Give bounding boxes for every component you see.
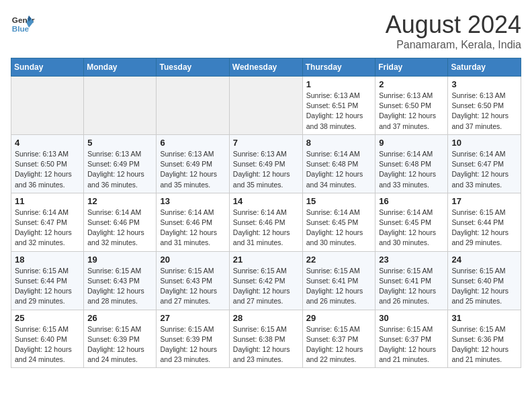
calendar-cell: 12Sunrise: 6:14 AM Sunset: 6:46 PM Dayli…: [84, 193, 157, 251]
calendar-cell: 20Sunrise: 6:15 AM Sunset: 6:43 PM Dayli…: [157, 251, 229, 310]
calendar-header-saturday: Saturday: [448, 58, 521, 77]
day-info: Sunrise: 6:15 AM Sunset: 6:40 PM Dayligh…: [15, 324, 80, 365]
day-info: Sunrise: 6:14 AM Sunset: 6:45 PM Dayligh…: [379, 208, 444, 248]
calendar-cell: 21Sunrise: 6:15 AM Sunset: 6:42 PM Dayli…: [229, 251, 302, 310]
day-number: 27: [160, 313, 225, 323]
calendar-cell: 9Sunrise: 6:14 AM Sunset: 6:48 PM Daylig…: [375, 134, 448, 193]
day-number: 29: [306, 313, 372, 323]
calendar-cell: 25Sunrise: 6:15 AM Sunset: 6:40 PM Dayli…: [11, 310, 84, 368]
day-info: Sunrise: 6:15 AM Sunset: 6:42 PM Dayligh…: [233, 266, 299, 307]
title-block: August 2024 Panamaram, Kerala, India: [386, 11, 521, 51]
page-subtitle: Panamaram, Kerala, India: [386, 39, 521, 51]
day-info: Sunrise: 6:14 AM Sunset: 6:46 PM Dayligh…: [87, 208, 152, 248]
day-number: 26: [87, 313, 152, 323]
calendar-week-row: 11Sunrise: 6:14 AM Sunset: 6:47 PM Dayli…: [11, 193, 521, 251]
calendar-table: SundayMondayTuesdayWednesdayThursdayFrid…: [11, 58, 521, 368]
day-info: Sunrise: 6:15 AM Sunset: 6:43 PM Dayligh…: [160, 266, 225, 307]
calendar-cell: 3Sunrise: 6:13 AM Sunset: 6:50 PM Daylig…: [448, 77, 521, 135]
day-info: Sunrise: 6:13 AM Sunset: 6:51 PM Dayligh…: [306, 91, 372, 132]
page-title: August 2024: [386, 11, 521, 39]
day-info: Sunrise: 6:15 AM Sunset: 6:39 PM Dayligh…: [160, 324, 225, 365]
calendar-cell: 7Sunrise: 6:13 AM Sunset: 6:49 PM Daylig…: [229, 134, 302, 193]
calendar-cell: [11, 77, 84, 135]
day-number: 20: [160, 255, 225, 265]
day-info: Sunrise: 6:15 AM Sunset: 6:37 PM Dayligh…: [379, 324, 444, 365]
day-number: 23: [379, 255, 444, 265]
day-info: Sunrise: 6:14 AM Sunset: 6:48 PM Dayligh…: [379, 149, 444, 190]
calendar-cell: [229, 77, 302, 135]
logo-icon: General Blue: [11, 11, 35, 35]
day-info: Sunrise: 6:13 AM Sunset: 6:50 PM Dayligh…: [379, 91, 444, 132]
day-info: Sunrise: 6:15 AM Sunset: 6:41 PM Dayligh…: [306, 266, 372, 307]
day-number: 15: [306, 196, 372, 206]
calendar-cell: 19Sunrise: 6:15 AM Sunset: 6:43 PM Dayli…: [84, 251, 157, 310]
calendar-cell: 27Sunrise: 6:15 AM Sunset: 6:39 PM Dayli…: [157, 310, 229, 368]
calendar-week-row: 4Sunrise: 6:13 AM Sunset: 6:50 PM Daylig…: [11, 134, 521, 193]
day-number: 25: [15, 313, 80, 323]
day-number: 19: [87, 255, 152, 265]
calendar-week-row: 25Sunrise: 6:15 AM Sunset: 6:40 PM Dayli…: [11, 310, 521, 368]
calendar-cell: 10Sunrise: 6:14 AM Sunset: 6:47 PM Dayli…: [448, 134, 521, 193]
day-info: Sunrise: 6:15 AM Sunset: 6:44 PM Dayligh…: [451, 208, 517, 248]
calendar-header-tuesday: Tuesday: [157, 58, 229, 77]
day-number: 12: [87, 196, 152, 206]
day-info: Sunrise: 6:14 AM Sunset: 6:48 PM Dayligh…: [306, 149, 372, 190]
calendar-cell: 22Sunrise: 6:15 AM Sunset: 6:41 PM Dayli…: [302, 251, 375, 310]
day-info: Sunrise: 6:13 AM Sunset: 6:50 PM Dayligh…: [15, 149, 80, 190]
day-number: 17: [451, 196, 517, 206]
logo: General Blue: [11, 11, 35, 35]
day-info: Sunrise: 6:15 AM Sunset: 6:38 PM Dayligh…: [233, 324, 299, 365]
calendar-cell: [84, 77, 157, 135]
day-number: 3: [451, 79, 517, 89]
day-number: 14: [233, 196, 299, 206]
day-number: 6: [160, 138, 225, 148]
calendar-cell: 16Sunrise: 6:14 AM Sunset: 6:45 PM Dayli…: [375, 193, 448, 251]
calendar-header-friday: Friday: [375, 58, 448, 77]
calendar-cell: 17Sunrise: 6:15 AM Sunset: 6:44 PM Dayli…: [448, 193, 521, 251]
calendar-header-wednesday: Wednesday: [229, 58, 302, 77]
day-info: Sunrise: 6:15 AM Sunset: 6:41 PM Dayligh…: [379, 266, 444, 307]
day-info: Sunrise: 6:15 AM Sunset: 6:43 PM Dayligh…: [87, 266, 152, 307]
calendar-cell: 18Sunrise: 6:15 AM Sunset: 6:44 PM Dayli…: [11, 251, 84, 310]
calendar-header-row: SundayMondayTuesdayWednesdayThursdayFrid…: [11, 58, 521, 77]
calendar-cell: 4Sunrise: 6:13 AM Sunset: 6:50 PM Daylig…: [11, 134, 84, 193]
day-info: Sunrise: 6:15 AM Sunset: 6:44 PM Dayligh…: [15, 266, 80, 307]
day-number: 9: [379, 138, 444, 148]
calendar-week-row: 1Sunrise: 6:13 AM Sunset: 6:51 PM Daylig…: [11, 77, 521, 135]
calendar-cell: 2Sunrise: 6:13 AM Sunset: 6:50 PM Daylig…: [375, 77, 448, 135]
calendar-cell: 29Sunrise: 6:15 AM Sunset: 6:37 PM Dayli…: [302, 310, 375, 368]
day-number: 4: [15, 138, 80, 148]
calendar-week-row: 18Sunrise: 6:15 AM Sunset: 6:44 PM Dayli…: [11, 251, 521, 310]
day-number: 22: [306, 255, 372, 265]
day-number: 28: [233, 313, 299, 323]
day-number: 21: [233, 255, 299, 265]
calendar-cell: 26Sunrise: 6:15 AM Sunset: 6:39 PM Dayli…: [84, 310, 157, 368]
calendar-cell: 14Sunrise: 6:14 AM Sunset: 6:46 PM Dayli…: [229, 193, 302, 251]
day-number: 8: [306, 138, 372, 148]
calendar-header-thursday: Thursday: [302, 58, 375, 77]
calendar-cell: 24Sunrise: 6:15 AM Sunset: 6:40 PM Dayli…: [448, 251, 521, 310]
day-number: 5: [87, 138, 152, 148]
day-number: 16: [379, 196, 444, 206]
day-info: Sunrise: 6:13 AM Sunset: 6:50 PM Dayligh…: [451, 91, 517, 132]
day-info: Sunrise: 6:13 AM Sunset: 6:49 PM Dayligh…: [160, 149, 225, 190]
calendar-header-monday: Monday: [84, 58, 157, 77]
day-info: Sunrise: 6:14 AM Sunset: 6:46 PM Dayligh…: [160, 208, 225, 248]
calendar-cell: 11Sunrise: 6:14 AM Sunset: 6:47 PM Dayli…: [11, 193, 84, 251]
calendar-cell: 31Sunrise: 6:15 AM Sunset: 6:36 PM Dayli…: [448, 310, 521, 368]
calendar-cell: 23Sunrise: 6:15 AM Sunset: 6:41 PM Dayli…: [375, 251, 448, 310]
svg-text:Blue: Blue: [12, 24, 30, 33]
day-number: 7: [233, 138, 299, 148]
day-info: Sunrise: 6:14 AM Sunset: 6:47 PM Dayligh…: [451, 149, 517, 190]
calendar-cell: 15Sunrise: 6:14 AM Sunset: 6:45 PM Dayli…: [302, 193, 375, 251]
day-number: 2: [379, 79, 444, 89]
day-info: Sunrise: 6:13 AM Sunset: 6:49 PM Dayligh…: [87, 149, 152, 190]
day-number: 13: [160, 196, 225, 206]
day-number: 24: [451, 255, 517, 265]
calendar-cell: 1Sunrise: 6:13 AM Sunset: 6:51 PM Daylig…: [302, 77, 375, 135]
calendar-cell: 6Sunrise: 6:13 AM Sunset: 6:49 PM Daylig…: [157, 134, 229, 193]
calendar-cell: 28Sunrise: 6:15 AM Sunset: 6:38 PM Dayli…: [229, 310, 302, 368]
day-number: 11: [15, 196, 80, 206]
page-header: General Blue August 2024 Panamaram, Kera…: [11, 11, 521, 51]
calendar-cell: 8Sunrise: 6:14 AM Sunset: 6:48 PM Daylig…: [302, 134, 375, 193]
